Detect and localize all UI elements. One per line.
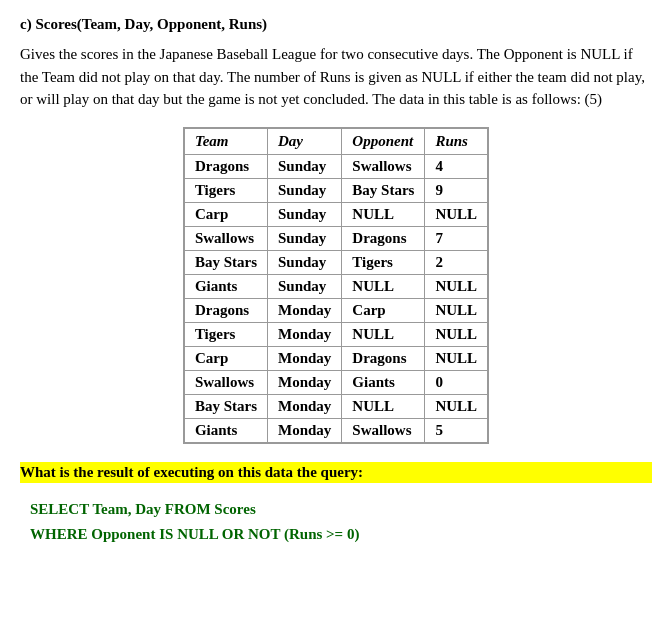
scores-table: TeamDayOpponentRuns DragonsSundaySwallow… <box>183 127 489 444</box>
table-cell: NULL <box>425 274 488 298</box>
table-cell: Bay Stars <box>184 394 268 418</box>
table-cell: NULL <box>342 274 425 298</box>
table-cell: Monday <box>267 298 341 322</box>
table-cell: Carp <box>184 346 268 370</box>
table-cell: NULL <box>342 322 425 346</box>
table-row: TigersMondayNULLNULL <box>184 322 488 346</box>
table-row: SwallowsSundayDragons7 <box>184 226 488 250</box>
table-cell: Giants <box>184 274 268 298</box>
table-cell: Giants <box>342 370 425 394</box>
table-cell: Bay Stars <box>184 250 268 274</box>
table-cell: Monday <box>267 346 341 370</box>
table-cell: 9 <box>425 178 488 202</box>
table-row: GiantsMondaySwallows5 <box>184 418 488 443</box>
table-cell: Monday <box>267 394 341 418</box>
table-cell: Swallows <box>342 418 425 443</box>
table-cell: NULL <box>425 322 488 346</box>
table-cell: NULL <box>342 202 425 226</box>
table-row: DragonsSundaySwallows4 <box>184 154 488 178</box>
table-cell: Tigers <box>184 178 268 202</box>
table-cell: Sunday <box>267 202 341 226</box>
table-cell: Monday <box>267 370 341 394</box>
table-cell: Swallows <box>184 370 268 394</box>
table-row: Bay StarsSundayTigers2 <box>184 250 488 274</box>
table-cell: NULL <box>425 202 488 226</box>
col-header-team: Team <box>184 128 268 155</box>
table-row: DragonsMondayCarpNULL <box>184 298 488 322</box>
question: What is the result of executing on this … <box>20 462 652 483</box>
table-cell: 0 <box>425 370 488 394</box>
table-cell: NULL <box>425 298 488 322</box>
table-cell: Carp <box>184 202 268 226</box>
table-row: CarpSundayNULLNULL <box>184 202 488 226</box>
table-cell: Swallows <box>342 154 425 178</box>
table-cell: Sunday <box>267 178 341 202</box>
table-row: Bay StarsMondayNULLNULL <box>184 394 488 418</box>
col-header-opponent: Opponent <box>342 128 425 155</box>
table-cell: Sunday <box>267 250 341 274</box>
table-cell: Carp <box>342 298 425 322</box>
col-header-day: Day <box>267 128 341 155</box>
table-cell: Giants <box>184 418 268 443</box>
table-cell: Monday <box>267 322 341 346</box>
table-cell: Dragons <box>184 298 268 322</box>
table-cell: 7 <box>425 226 488 250</box>
table-cell: Sunday <box>267 274 341 298</box>
col-header-runs: Runs <box>425 128 488 155</box>
table-cell: 2 <box>425 250 488 274</box>
table-cell: 5 <box>425 418 488 443</box>
query-block: SELECT Team, Day FROM Scores WHERE Oppon… <box>20 497 652 548</box>
description: Gives the scores in the Japanese Basebal… <box>20 43 652 111</box>
table-cell: Sunday <box>267 226 341 250</box>
table-cell: Tigers <box>184 322 268 346</box>
table-row: SwallowsMondayGiants0 <box>184 370 488 394</box>
table-cell: NULL <box>342 394 425 418</box>
query-line1: SELECT Team, Day FROM Scores <box>30 497 652 523</box>
table-cell: Monday <box>267 418 341 443</box>
table-cell: Dragons <box>342 346 425 370</box>
query-line2: WHERE Opponent IS NULL OR NOT (Runs >= 0… <box>30 522 652 548</box>
table-cell: Dragons <box>342 226 425 250</box>
table-row: GiantsSundayNULLNULL <box>184 274 488 298</box>
table-cell: Tigers <box>342 250 425 274</box>
table-cell: Sunday <box>267 154 341 178</box>
table-cell: Bay Stars <box>342 178 425 202</box>
table-cell: NULL <box>425 346 488 370</box>
table-cell: 4 <box>425 154 488 178</box>
section-title: c) Scores(Team, Day, Opponent, Runs) <box>20 16 652 33</box>
table-row: TigersSundayBay Stars9 <box>184 178 488 202</box>
table-cell: Dragons <box>184 154 268 178</box>
table-row: CarpMondayDragonsNULL <box>184 346 488 370</box>
table-cell: NULL <box>425 394 488 418</box>
table-cell: Swallows <box>184 226 268 250</box>
table-wrapper: TeamDayOpponentRuns DragonsSundaySwallow… <box>20 127 652 444</box>
